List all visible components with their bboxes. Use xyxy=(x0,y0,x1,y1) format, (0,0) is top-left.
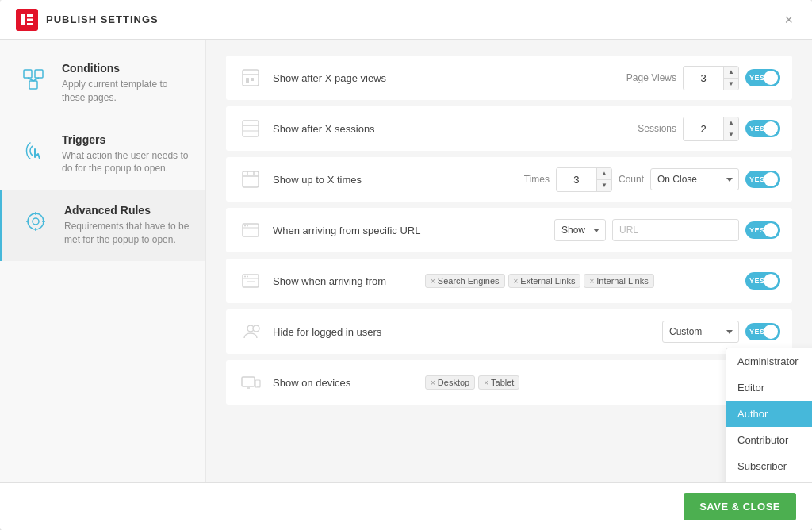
arriving-from-tags: × Search Engines × External Links × Inte… xyxy=(425,274,739,288)
times-spinners: ▲ ▼ xyxy=(596,168,611,191)
triggers-label: Triggers xyxy=(62,133,190,146)
times-controls: Times ▲ ▼ Count On Close On Page Load xyxy=(425,167,780,192)
svg-rect-18 xyxy=(251,78,254,81)
advanced-rules-icon xyxy=(18,204,53,239)
sessions-toggle-label: YES xyxy=(749,125,765,132)
svg-rect-4 xyxy=(24,70,32,78)
sessions-spin-up[interactable]: ▲ xyxy=(724,117,738,129)
devices-icon xyxy=(238,370,263,395)
option-contributor[interactable]: Contributor xyxy=(726,427,812,453)
sessions-label: Show after X sessions xyxy=(273,123,416,135)
tag-tablet: × Tablet xyxy=(478,375,519,390)
svg-rect-2 xyxy=(27,18,33,21)
times-spin-up[interactable]: ▲ xyxy=(597,168,611,179)
conditions-text: Conditions Apply current template to the… xyxy=(62,62,190,105)
modal-title: PUBLISH SETTINGS xyxy=(46,13,159,25)
times-input[interactable] xyxy=(557,168,596,190)
logged-in-toggle-label: YES xyxy=(749,328,765,336)
close-button[interactable]: × xyxy=(781,10,796,30)
modal-header: PUBLISH SETTINGS × xyxy=(0,0,812,40)
triggers-text: Triggers What action the user needs to d… xyxy=(62,133,190,176)
times-control-label: Times xyxy=(524,174,550,185)
svg-rect-22 xyxy=(243,171,259,187)
arriving-from-toggle[interactable]: YES xyxy=(745,272,780,290)
sidebar: Conditions Apply current template to the… xyxy=(0,40,206,482)
logged-in-controls: Custom All Logged In Logged Out YES xyxy=(425,321,780,343)
save-close-button[interactable]: SAVE & CLOSE xyxy=(684,493,796,520)
option-customer[interactable]: Customer xyxy=(726,479,812,482)
svg-rect-39 xyxy=(255,380,260,387)
times-icon xyxy=(238,167,263,192)
times-toggle[interactable]: YES xyxy=(745,171,780,188)
logged-in-label: Hide for logged in users xyxy=(273,326,416,338)
times-spin-down[interactable]: ▼ xyxy=(597,180,611,191)
svg-rect-0 xyxy=(21,14,25,25)
arriving-from-icon xyxy=(238,268,263,294)
page-views-row: Show after X page views Page Views ▲ ▼ Y… xyxy=(226,56,792,100)
sessions-control-label: Sessions xyxy=(638,123,676,134)
sessions-toggle[interactable]: YES xyxy=(745,120,780,137)
sidebar-item-conditions[interactable]: Conditions Apply current template to the… xyxy=(0,48,205,119)
tag-search-engines: × Search Engines xyxy=(425,274,505,288)
logged-in-row: Hide for logged in users Custom All Logg… xyxy=(226,309,792,354)
count-label: Count xyxy=(619,174,644,185)
page-views-spin-up[interactable]: ▲ xyxy=(724,67,738,78)
arriving-from-row: Show when arriving from × Search Engines… xyxy=(226,259,792,303)
page-views-icon xyxy=(238,65,263,90)
option-editor[interactable]: Editor xyxy=(726,374,812,401)
sidebar-item-triggers[interactable]: Triggers What action the user needs to d… xyxy=(0,119,205,190)
conditions-icon xyxy=(16,62,51,97)
times-toggle-label: YES xyxy=(749,175,765,183)
tag-external-links: × External Links xyxy=(508,274,581,288)
sessions-icon xyxy=(238,116,263,141)
devices-tags: × Desktop × Tablet xyxy=(425,375,739,390)
logged-in-toggle[interactable]: YES xyxy=(745,323,780,340)
sidebar-item-advanced-rules[interactable]: Advanced Rules Requirements that have to… xyxy=(0,190,205,261)
svg-point-28 xyxy=(244,225,246,227)
triggers-icon xyxy=(16,133,51,168)
page-views-toggle[interactable]: YES xyxy=(745,69,780,86)
advanced-rules-label: Advanced Rules xyxy=(64,204,190,217)
svg-point-10 xyxy=(33,218,39,225)
conditions-desc: Apply current template to these pages. xyxy=(62,78,190,105)
tag-desktop: × Desktop xyxy=(425,375,475,390)
page-views-input[interactable] xyxy=(684,67,723,89)
devices-label: Show on devices xyxy=(273,377,416,389)
url-input[interactable] xyxy=(612,219,739,241)
svg-rect-1 xyxy=(27,14,33,17)
specific-url-toggle[interactable]: YES xyxy=(745,221,780,239)
svg-rect-3 xyxy=(27,23,33,25)
svg-rect-6 xyxy=(29,81,37,89)
arriving-from-controls: × Search Engines × External Links × Inte… xyxy=(425,272,780,290)
sessions-input[interactable] xyxy=(684,117,723,140)
page-views-spinners: ▲ ▼ xyxy=(723,67,738,90)
svg-rect-17 xyxy=(246,78,249,83)
count-dropdown[interactable]: On Close On Page Load xyxy=(650,168,739,190)
svg-rect-5 xyxy=(35,70,43,78)
svg-rect-15 xyxy=(243,70,259,86)
svg-point-9 xyxy=(28,213,44,229)
logged-in-dropdown[interactable]: Custom All Logged In Logged Out xyxy=(662,321,739,343)
option-administrator[interactable]: Administrator xyxy=(726,348,812,374)
main-content: Show after X page views Page Views ▲ ▼ Y… xyxy=(206,40,812,482)
times-row: Show up to X times Times ▲ ▼ Count On Cl… xyxy=(226,157,792,202)
specific-url-icon xyxy=(238,217,263,243)
svg-point-36 xyxy=(253,325,259,332)
advanced-rules-text: Advanced Rules Requirements that have to… xyxy=(64,204,190,247)
modal-footer: SAVE & CLOSE xyxy=(0,482,812,530)
specific-url-dropdown[interactable]: Show Hide xyxy=(554,219,606,241)
elementor-logo xyxy=(16,9,38,31)
svg-point-32 xyxy=(244,276,246,278)
page-views-toggle-label: YES xyxy=(749,74,765,82)
sessions-input-wrap: ▲ ▼ xyxy=(683,117,739,141)
modal-body: Conditions Apply current template to the… xyxy=(0,40,812,482)
header-left: PUBLISH SETTINGS xyxy=(16,9,159,31)
page-views-control-label: Page Views xyxy=(626,72,676,83)
advanced-rules-desc: Requirements that have to be met for the… xyxy=(64,220,190,247)
devices-row: Show on devices × Desktop × Tablet YES xyxy=(226,360,792,405)
user-role-dropdown-popup: Administrator Editor Author Contributor … xyxy=(726,348,812,482)
sessions-spin-down[interactable]: ▼ xyxy=(724,129,738,140)
page-views-spin-down[interactable]: ▼ xyxy=(724,79,738,90)
option-subscriber[interactable]: Subscriber xyxy=(726,453,812,479)
option-author[interactable]: Author xyxy=(726,401,812,427)
